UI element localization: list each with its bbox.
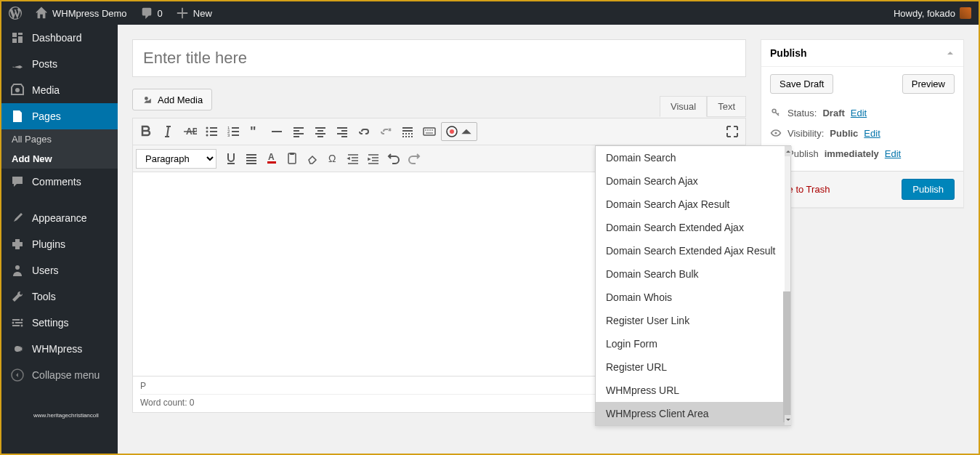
hr-button[interactable]	[267, 121, 287, 142]
comment-icon	[140, 7, 153, 20]
site-link[interactable]: WHMpress Demo	[35, 7, 127, 20]
align-center-button[interactable]	[310, 121, 331, 142]
sidebar-item-whmpress[interactable]: WHMpress	[1, 336, 118, 362]
key-icon	[770, 107, 782, 118]
sidebar-subitem-all-pages[interactable]: All Pages	[1, 129, 118, 149]
ol-icon: 123	[226, 124, 240, 139]
sidebar-subitem-add-new[interactable]: Add New	[1, 149, 118, 169]
ol-button[interactable]: 123	[223, 121, 243, 142]
italic-button[interactable]	[158, 121, 178, 142]
justify-button[interactable]	[241, 148, 262, 169]
ul-button[interactable]	[201, 121, 222, 142]
dropdown-item[interactable]: Domain Search Bulk	[596, 262, 790, 286]
dropdown-item[interactable]: Register URL	[596, 355, 790, 379]
dropdown-scrollbar[interactable]	[785, 146, 790, 425]
undo-icon	[386, 151, 401, 166]
sidebar-item-dashboard[interactable]: Dashboard	[1, 25, 118, 51]
title-input[interactable]	[132, 39, 746, 77]
comments-link[interactable]: 0	[140, 7, 163, 20]
media-add-icon	[142, 94, 153, 105]
outdent-button[interactable]	[343, 148, 363, 169]
quote-button[interactable]: "	[245, 121, 265, 142]
svg-point-6	[145, 97, 148, 100]
dropdown-item[interactable]: WHMpress Client Area	[596, 402, 790, 425]
dropdown-item[interactable]: Domain Search Ajax	[596, 169, 790, 193]
publish-button[interactable]: Publish	[902, 179, 955, 200]
sidebar-item-users[interactable]: Users	[1, 257, 118, 283]
admin-bar: WHMpress Demo 0 New Howdy, fokado	[1, 1, 979, 25]
strike-icon: ABC	[182, 124, 197, 139]
align-right-button[interactable]	[332, 121, 352, 142]
paste-text-button[interactable]	[282, 148, 302, 169]
sidebar-item-plugins[interactable]: Plugins	[1, 231, 118, 257]
text-color-button[interactable]: A	[262, 148, 282, 169]
scroll-down-arrow[interactable]	[785, 415, 792, 425]
align-center-icon	[313, 124, 328, 139]
underline-button[interactable]	[221, 148, 241, 169]
scroll-up-arrow[interactable]	[785, 146, 792, 156]
sidebar-item-media[interactable]: Media	[1, 77, 118, 103]
svg-point-10	[206, 131, 208, 133]
tools-icon	[10, 289, 25, 304]
edit-status-link[interactable]: Edit	[851, 108, 867, 118]
dropdown-item[interactable]: Domain Search	[596, 146, 790, 169]
svg-text:A: A	[268, 152, 275, 162]
sidebar-item-appearance[interactable]: Appearance	[1, 205, 118, 231]
collapse-icon	[10, 368, 25, 382]
dropdown-item[interactable]: Domain Whois	[596, 286, 790, 309]
sidebar-item-pages[interactable]: Pages	[1, 103, 118, 129]
dropdown-item[interactable]: Login Form	[596, 332, 790, 355]
brush-icon	[10, 211, 25, 225]
edit-publish-link[interactable]: Edit	[885, 148, 901, 159]
collapse-menu[interactable]: Collapse menu	[1, 362, 118, 388]
visibility-row: Visibility: Public Edit	[770, 123, 955, 143]
text-color-icon: A	[264, 151, 279, 166]
whmpress-gear-icon	[445, 124, 459, 139]
tab-visual[interactable]: Visual	[660, 96, 707, 117]
hr-icon	[270, 124, 284, 139]
toggle-toolbar-button[interactable]	[419, 121, 440, 142]
special-char-button[interactable]: Ω	[323, 148, 343, 169]
whmpress-dropdown: Domain SearchDomain Search AjaxDomain Se…	[595, 145, 791, 426]
align-left-icon	[291, 124, 306, 139]
pages-icon	[10, 109, 25, 124]
sidebar-item-tools[interactable]: Tools	[1, 283, 118, 310]
wp-logo[interactable]	[9, 7, 22, 20]
whmpress-dropdown-button[interactable]	[441, 122, 477, 141]
undo-button[interactable]	[384, 148, 404, 169]
users-icon	[10, 263, 25, 278]
unlink-button[interactable]	[376, 121, 396, 142]
preview-button[interactable]: Preview	[902, 74, 955, 94]
dropdown-item[interactable]: WHMpress URL	[596, 379, 790, 402]
sidebar-item-comments[interactable]: Comments	[1, 169, 118, 195]
align-left-button[interactable]	[288, 121, 309, 142]
admin-bar-right: Howdy, fokado	[894, 7, 971, 19]
add-media-button[interactable]: Add Media	[132, 89, 212, 110]
clear-format-button[interactable]	[302, 148, 323, 169]
edit-visibility-link[interactable]: Edit	[864, 128, 880, 139]
sidebar-item-posts[interactable]: Posts	[1, 51, 118, 77]
fullscreen-button[interactable]	[722, 121, 742, 142]
new-link[interactable]: New	[176, 7, 212, 20]
dropdown-item[interactable]: Domain Search Extended Ajax Result	[596, 239, 790, 262]
link-button[interactable]	[354, 121, 374, 142]
strike-button[interactable]: ABC	[179, 121, 200, 142]
link-icon	[357, 124, 371, 139]
tab-text[interactable]: Text	[707, 96, 746, 117]
indent-button[interactable]	[363, 148, 384, 169]
scroll-thumb[interactable]	[783, 291, 790, 422]
more-button[interactable]	[397, 121, 418, 142]
redo-button[interactable]	[404, 148, 424, 169]
svg-rect-23	[290, 153, 294, 155]
dropdown-item[interactable]: Register User Link	[596, 309, 790, 332]
status-row: Status: Draft Edit	[770, 102, 955, 123]
bold-button[interactable]	[136, 121, 156, 142]
sidebar-item-settings[interactable]: Settings	[1, 310, 118, 336]
underline-icon	[224, 151, 238, 166]
dropdown-item[interactable]: Domain Search Ajax Result	[596, 193, 790, 216]
paragraph-select[interactable]: Paragraph	[136, 149, 216, 169]
dropdown-item[interactable]: Domain Search Extended Ajax	[596, 216, 790, 239]
user-greeting[interactable]: Howdy, fokado	[894, 7, 971, 19]
save-draft-button[interactable]: Save Draft	[770, 74, 833, 94]
collapse-panel-icon[interactable]	[946, 49, 955, 57]
